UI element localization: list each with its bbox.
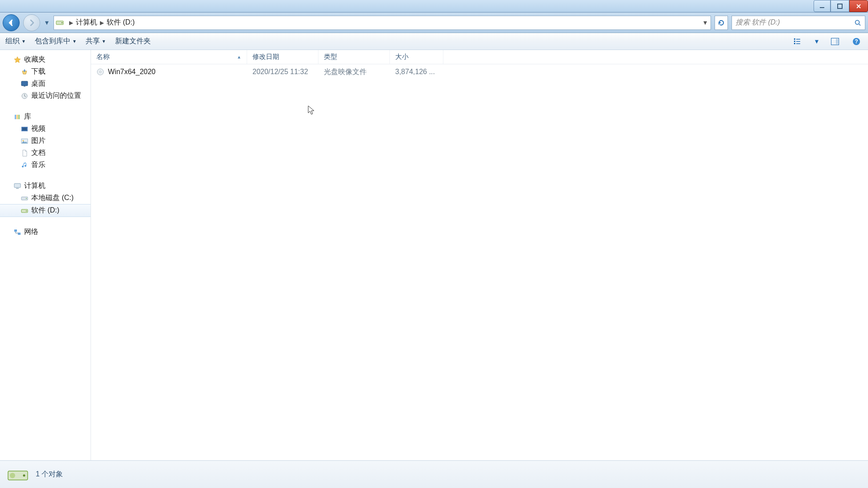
history-dropdown[interactable]: ▾ bbox=[44, 14, 50, 31]
libraries-group: 库 视频 图片 文档 音乐 bbox=[0, 111, 91, 171]
svg-rect-32 bbox=[14, 229, 17, 232]
svg-point-38 bbox=[23, 474, 25, 476]
sidebar-item-drive-c[interactable]: 本地磁盘 (C:) bbox=[0, 192, 91, 204]
svg-point-25 bbox=[23, 140, 24, 141]
share-menu[interactable]: 共享 ▼ bbox=[86, 37, 106, 46]
help-button[interactable]: ? bbox=[850, 35, 863, 48]
sidebar-item-network[interactable]: 网络 bbox=[0, 226, 91, 238]
main-area: 收藏夹 下载 桌面 最近访问的位置 库 视频 bbox=[0, 50, 868, 460]
navbar: ▾ ▶ 计算机 ▶ 软件 (D:) ▾ 搜索 软件 (D:) bbox=[0, 13, 868, 33]
downloads-label: 下载 bbox=[31, 67, 45, 76]
recent-icon bbox=[21, 92, 29, 100]
svg-rect-11 bbox=[796, 43, 800, 44]
svg-rect-8 bbox=[794, 41, 795, 42]
sidebar-item-drive-d[interactable]: 软件 (D:) bbox=[0, 204, 91, 217]
maximize-button[interactable] bbox=[831, 0, 849, 12]
svg-point-29 bbox=[26, 198, 27, 199]
new-folder-button[interactable]: 新建文件夹 bbox=[115, 37, 151, 46]
refresh-button[interactable] bbox=[715, 16, 728, 30]
computer-icon bbox=[13, 182, 21, 190]
svg-rect-21 bbox=[18, 115, 20, 119]
svg-point-37 bbox=[10, 473, 15, 478]
computer-label: 计算机 bbox=[24, 181, 45, 191]
organize-label: 组织 bbox=[5, 37, 20, 46]
column-date[interactable]: 修改日期 bbox=[247, 50, 318, 64]
column-type[interactable]: 类型 bbox=[318, 50, 390, 64]
search-input[interactable]: 搜索 软件 (D:) bbox=[732, 16, 865, 30]
network-label: 网络 bbox=[24, 227, 38, 237]
file-size: 3,874,126 ... bbox=[390, 68, 443, 76]
iso-file-icon bbox=[96, 68, 104, 76]
file-name: Win7x64_2020 bbox=[108, 68, 156, 76]
sidebar-item-documents[interactable]: 文档 bbox=[0, 147, 91, 159]
sidebar-item-libraries[interactable]: 库 bbox=[0, 111, 91, 123]
include-in-library-menu[interactable]: 包含到库中 ▼ bbox=[35, 37, 77, 46]
svg-text:?: ? bbox=[855, 38, 858, 45]
column-type-label: 类型 bbox=[324, 53, 337, 61]
drive-d-label: 软件 (D:) bbox=[31, 206, 59, 215]
window-controls bbox=[814, 0, 868, 12]
details-pane: 1 个对象 bbox=[0, 460, 868, 488]
breadcrumb-sep-icon: ▶ bbox=[100, 20, 104, 26]
svg-point-31 bbox=[26, 210, 27, 211]
favorites-group: 收藏夹 下载 桌面 最近访问的位置 bbox=[0, 54, 91, 102]
svg-rect-9 bbox=[796, 41, 800, 42]
computer-group: 计算机 本地磁盘 (C:) 软件 (D:) bbox=[0, 180, 91, 217]
back-button[interactable] bbox=[3, 14, 20, 31]
sidebar-item-computer[interactable]: 计算机 bbox=[0, 180, 91, 192]
breadcrumb-sep-icon: ▶ bbox=[69, 20, 73, 26]
close-button[interactable] bbox=[849, 0, 868, 12]
column-name[interactable]: 名称 ▲ bbox=[91, 50, 247, 64]
address-dropdown[interactable]: ▾ bbox=[702, 18, 709, 27]
svg-rect-6 bbox=[794, 38, 795, 40]
view-mode-button[interactable] bbox=[792, 35, 805, 48]
minimize-button[interactable] bbox=[814, 0, 831, 12]
content-pane: 名称 ▲ 修改日期 类型 大小 Win7x64_2020 2 bbox=[91, 50, 868, 460]
desktop-label: 桌面 bbox=[31, 79, 45, 88]
column-size[interactable]: 大小 bbox=[390, 50, 443, 64]
breadcrumb-current[interactable]: 软件 (D:) bbox=[107, 18, 135, 27]
drive-icon bbox=[56, 19, 64, 27]
favorites-label: 收藏夹 bbox=[24, 55, 45, 64]
file-row[interactable]: Win7x64_2020 2020/12/25 11:32 光盘映像文件 3,8… bbox=[91, 64, 868, 79]
desktop-icon bbox=[21, 80, 29, 88]
drive-large-icon bbox=[6, 463, 29, 486]
pictures-label: 图片 bbox=[31, 136, 45, 146]
svg-rect-0 bbox=[820, 7, 824, 8]
svg-point-3 bbox=[62, 22, 62, 23]
recent-label: 最近访问的位置 bbox=[31, 91, 81, 100]
svg-rect-19 bbox=[15, 115, 16, 119]
svg-rect-16 bbox=[21, 81, 28, 86]
column-headers: 名称 ▲ 修改日期 类型 大小 bbox=[91, 50, 868, 64]
svg-line-5 bbox=[859, 24, 860, 25]
sidebar-item-videos[interactable]: 视频 bbox=[0, 123, 91, 135]
sidebar-item-downloads[interactable]: 下载 bbox=[0, 66, 91, 78]
svg-rect-26 bbox=[14, 184, 21, 188]
file-type: 光盘映像文件 bbox=[318, 67, 390, 77]
network-group: 网络 bbox=[0, 226, 91, 238]
column-name-label: 名称 bbox=[96, 53, 110, 61]
svg-point-35 bbox=[99, 71, 101, 73]
sidebar-item-desktop[interactable]: 桌面 bbox=[0, 78, 91, 90]
view-dropdown[interactable]: ▾ bbox=[814, 35, 820, 48]
include-label: 包含到库中 bbox=[35, 37, 70, 46]
column-size-label: 大小 bbox=[395, 53, 409, 61]
download-icon bbox=[21, 68, 29, 76]
library-icon bbox=[13, 113, 21, 121]
sidebar-item-recent[interactable]: 最近访问的位置 bbox=[0, 90, 91, 102]
breadcrumb-computer[interactable]: 计算机 bbox=[76, 18, 97, 27]
sidebar-item-music[interactable]: 音乐 bbox=[0, 159, 91, 171]
toolbar: 组织 ▼ 包含到库中 ▼ 共享 ▼ 新建文件夹 ▾ ? bbox=[0, 33, 868, 50]
libraries-label: 库 bbox=[24, 112, 31, 121]
organize-menu[interactable]: 组织 ▼ bbox=[5, 37, 26, 46]
file-list[interactable]: Win7x64_2020 2020/12/25 11:32 光盘映像文件 3,8… bbox=[91, 64, 868, 460]
address-bar[interactable]: ▶ 计算机 ▶ 软件 (D:) ▾ bbox=[54, 16, 711, 30]
documents-label: 文档 bbox=[31, 148, 45, 158]
sidebar-item-pictures[interactable]: 图片 bbox=[0, 135, 91, 147]
forward-button[interactable] bbox=[23, 14, 40, 31]
share-label: 共享 bbox=[86, 37, 100, 46]
svg-rect-10 bbox=[794, 43, 795, 44]
sidebar-item-favorites[interactable]: 收藏夹 bbox=[0, 54, 91, 66]
svg-rect-27 bbox=[16, 188, 19, 189]
preview-pane-button[interactable] bbox=[829, 35, 841, 48]
